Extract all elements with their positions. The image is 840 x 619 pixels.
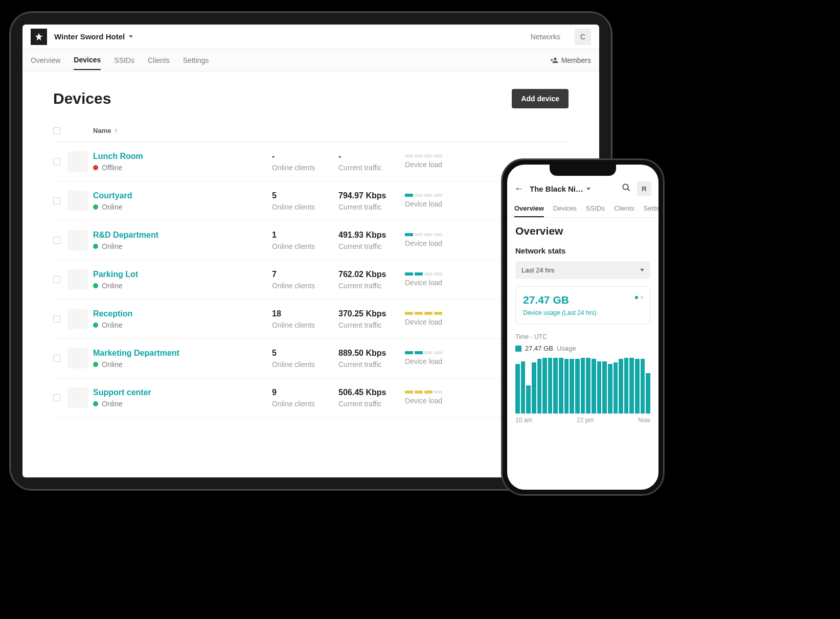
pager-dot	[635, 296, 638, 299]
phone-tab-devices[interactable]: Devices	[553, 200, 577, 217]
row-checkbox[interactable]	[53, 197, 60, 204]
search-button[interactable]	[622, 183, 631, 195]
xaxis-tick: 10 am	[515, 417, 532, 424]
clients-value: 5	[272, 349, 338, 358]
chart-bar	[526, 385, 531, 414]
device-name-link[interactable]: Parking Lot	[93, 270, 138, 279]
row-checkbox[interactable]	[53, 315, 60, 323]
traffic-value: 889.50 Kbps	[338, 349, 405, 358]
row-checkbox[interactable]	[53, 237, 60, 244]
load-label: Device load	[405, 161, 466, 169]
load-bar-segment	[424, 351, 433, 354]
tab-clients[interactable]: Clients	[148, 51, 170, 70]
phone-screen: ← The Black Ni… R OverviewDevicesSSIDsCl…	[507, 165, 659, 490]
load-bar-segment	[415, 233, 423, 236]
clients-value: 9	[272, 388, 338, 397]
row-checkbox[interactable]	[53, 158, 60, 165]
traffic-value: 506.45 Kbps	[338, 388, 405, 397]
select-all-checkbox[interactable]	[53, 127, 60, 134]
status-dot-icon	[93, 362, 98, 367]
tab-settings[interactable]: Settings	[183, 51, 209, 70]
org-switcher[interactable]: Winter Sword Hotel	[54, 32, 133, 41]
phone-topbar: ← The Black Ni… R	[507, 177, 659, 200]
timerange-value: Last 24 hrs	[521, 266, 554, 274]
chart-bar	[575, 359, 580, 414]
row-checkbox[interactable]	[53, 276, 60, 283]
phone-org-name: The Black Ni…	[530, 185, 583, 193]
load-bar-segment	[434, 154, 442, 157]
load-bar-segment	[434, 272, 442, 276]
phone-tab-clients[interactable]: Clients	[614, 200, 634, 217]
load-bar-segment	[424, 154, 433, 157]
timerange-dropdown[interactable]: Last 24 hrs	[515, 261, 650, 279]
device-name-link[interactable]: Lunch Room	[93, 152, 143, 161]
phone-page-title: Overview	[515, 225, 650, 237]
page-title: Devices	[53, 90, 111, 107]
tab-devices[interactable]: Devices	[74, 51, 101, 70]
load-bar-segment	[405, 391, 413, 394]
phone-tab-overview[interactable]: Overview	[514, 200, 544, 217]
chart-bar	[537, 359, 542, 414]
row-checkbox[interactable]	[53, 394, 60, 401]
back-button[interactable]: ←	[514, 184, 524, 194]
status-text: Offline	[102, 164, 122, 172]
status-text: Online	[102, 203, 122, 211]
load-label: Device load	[405, 397, 466, 405]
brand-logo-icon	[31, 29, 47, 45]
clients-label: Online clients	[272, 203, 338, 211]
chart-bar	[586, 358, 591, 414]
device-name-link[interactable]: R&D Department	[93, 231, 158, 239]
members-button[interactable]: Members	[550, 56, 591, 64]
clients-value: 1	[272, 231, 338, 240]
device-name-link[interactable]: Courtyard	[93, 191, 132, 200]
usage-subtitle: Device usage (Last 24 hrs)	[523, 309, 643, 316]
svg-line-2	[627, 189, 630, 191]
load-bar-segment	[405, 154, 413, 157]
load-bar-segment	[415, 351, 423, 354]
phone-user-avatar[interactable]: R	[637, 181, 651, 196]
chart-bar	[515, 364, 520, 414]
caret-down-icon	[129, 35, 133, 38]
status-text: Online	[102, 282, 122, 290]
phone-frame: ← The Black Ni… R OverviewDevicesSSIDsCl…	[501, 158, 665, 496]
chart-bar	[570, 359, 574, 414]
sort-asc-icon: ↑	[114, 127, 118, 134]
traffic-label: Current traffic	[338, 360, 405, 369]
phone-tab-ssids[interactable]: SSIDs	[586, 200, 605, 217]
status-dot-icon	[93, 244, 98, 249]
load-label: Device load	[405, 200, 466, 208]
traffic-value: 762.02 Kbps	[338, 270, 405, 279]
load-bar-segment	[424, 312, 433, 315]
device-name-link[interactable]: Reception	[93, 309, 132, 318]
status-dot-icon	[93, 283, 98, 288]
load-bar-segment	[424, 391, 433, 394]
legend-value: 27.47 GB	[525, 345, 553, 352]
tab-ssids[interactable]: SSIDs	[114, 51, 134, 70]
row-checkbox[interactable]	[53, 355, 60, 362]
add-device-button[interactable]: Add device	[512, 89, 569, 108]
card-pagination[interactable]	[635, 296, 644, 299]
members-label: Members	[561, 56, 591, 64]
phone-org-switcher[interactable]: The Black Ni…	[530, 185, 616, 193]
user-avatar[interactable]: C	[575, 29, 591, 45]
chart-bar	[542, 358, 547, 414]
networks-link[interactable]: Networks	[531, 33, 560, 41]
status-dot-icon	[93, 401, 98, 406]
traffic-label: Current traffic	[338, 203, 405, 211]
traffic-label: Current traffic	[338, 164, 405, 172]
col-name-header[interactable]: Name↑	[93, 127, 272, 134]
page-header: Devices Add device	[22, 72, 599, 120]
legend-swatch-icon	[515, 346, 521, 352]
chart-bar	[614, 362, 618, 414]
phone-tab-settings[interactable]: Settings	[644, 200, 659, 217]
network-stats-heading: Network stats	[515, 246, 650, 255]
device-name-link[interactable]: Support center	[93, 388, 151, 397]
table-row: Marketing Department Online 5 Online cli…	[53, 339, 569, 378]
chart-bar	[619, 359, 623, 414]
tab-overview[interactable]: Overview	[31, 51, 60, 70]
caret-down-icon	[586, 188, 591, 190]
traffic-label: Current traffic	[338, 321, 405, 329]
load-label: Device load	[405, 239, 466, 247]
device-name-link[interactable]: Marketing Department	[93, 349, 179, 357]
device-icon	[67, 269, 88, 290]
